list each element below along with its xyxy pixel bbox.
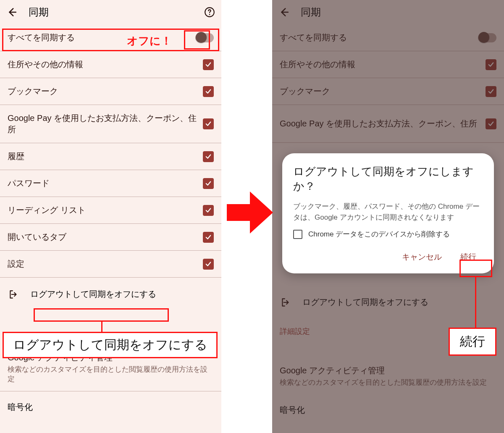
sync-item-label: リーディング リスト [8,205,203,216]
sync-item[interactable]: 設定 [0,251,221,278]
back-button[interactable] [278,6,290,18]
checkbox-icon[interactable] [203,151,214,162]
sync-item[interactable]: 住所やその他の情報 [272,51,504,78]
checkbox-icon[interactable] [203,259,214,270]
checkbox-icon[interactable] [203,232,214,243]
sync-item-label: パスワード [8,178,203,189]
sync-all-row[interactable]: すべてを同期する [272,24,504,51]
screen-left: 同期 すべてを同期する 住所やその他の情報 ブックマーク Google Pay … [0,0,221,433]
sync-all-toggle[interactable] [478,33,496,42]
sync-all-row[interactable]: すべてを同期する [0,24,221,51]
signout-icon [8,289,19,300]
sync-all-toggle[interactable] [195,33,214,42]
sync-item-label: 履歴 [8,151,203,162]
section-label: 詳細設定 [272,319,504,340]
signout-row[interactable]: ログアウトして同期をオフにする [0,278,221,311]
header: 同期 [0,0,221,24]
checkbox-empty-icon[interactable] [293,230,302,239]
sync-item-label: 住所やその他の情報 [280,59,486,70]
sync-item[interactable]: 住所やその他の情報 [0,51,221,78]
checkbox-icon[interactable] [203,59,214,70]
checkbox-icon[interactable] [486,86,496,97]
checkbox-icon[interactable] [486,118,496,129]
sync-all-label: すべてを同期する [280,32,478,43]
encrypt-row[interactable]: 暗号化 [0,391,221,417]
encrypt-row[interactable]: 暗号化 [272,394,504,420]
activity-row[interactable]: Google アクティビティ管理 検索などのカスタマイズを目的とした閲覧履歴の使… [272,340,504,394]
sync-item[interactable]: Google Pay を使用したお支払方法、クーポン、住所 [0,105,221,143]
confirm-dialog: ログアウトして同期をオフにしますか？ ブックマーク、履歴、パスワード、その他の … [282,153,494,273]
signout-row[interactable]: ログアウトして同期をオフにする [272,286,504,319]
svg-point-1 [209,14,210,15]
cancel-button[interactable]: キャンセル [399,249,445,265]
sync-item-label: ブックマーク [280,86,486,97]
page-title: 同期 [301,5,498,19]
sync-item[interactable]: 開いているタブ [0,224,221,251]
dialog-title: ログアウトして同期をオフにしますか？ [293,164,483,194]
checkbox-icon[interactable] [203,86,214,97]
activity-row[interactable]: Google アクティビティ管理 検索などのカスタマイズを目的とした閲覧履歴の使… [0,346,221,391]
activity-title: Google アクティビティ管理 [280,365,496,376]
activity-title: Google アクティビティ管理 [8,352,214,363]
sync-item-label: 設定 [8,258,203,270]
signout-icon [280,297,291,308]
encrypt-label: 暗号化 [8,402,33,412]
dialog-checkbox-label: Chrome データをこのデバイスから削除する [308,229,450,239]
sync-item-label: 住所やその他の情報 [8,59,203,70]
sync-item-label: ブックマーク [8,86,203,97]
header: 同期 [272,0,504,24]
encrypt-label: 暗号化 [280,405,305,415]
signout-label: ログアウトして同期をオフにする [30,289,156,300]
activity-sub: 検索などのカスタマイズを目的とした閲覧履歴の使用方法を設定 [8,365,214,384]
dialog-message: ブックマーク、履歴、パスワード、その他の Chrome データは、Google … [293,201,483,223]
signout-label: ログアウトして同期をオフにする [302,297,428,308]
continue-button[interactable]: 続行 [457,249,480,265]
sync-item[interactable]: ブックマーク [0,78,221,105]
help-icon[interactable] [204,6,215,18]
activity-sub: 検索などのカスタマイズを目的とした閲覧履歴の使用方法を設定 [280,378,496,388]
sync-item[interactable]: パスワード [0,170,221,197]
sync-item[interactable]: 履歴 [0,143,221,170]
checkbox-icon[interactable] [486,59,496,70]
dialog-checkbox-row[interactable]: Chrome データをこのデバイスから削除する [293,229,483,239]
checkbox-icon[interactable] [203,205,214,216]
sync-item[interactable]: リーディング リスト [0,197,221,224]
sync-item-label: Google Pay を使用したお支払方法、クーポン、住所 [8,113,203,135]
arrow-icon [227,187,273,238]
screen-right: 同期 すべてを同期する 住所やその他の情報 ブックマーク Google Pay … [272,0,504,433]
sync-item-label: 開いているタブ [8,231,203,243]
checkbox-icon[interactable] [203,178,214,189]
sync-item-label: Google Pay を使用したお支払方法、クーポン、住所 [280,118,486,129]
sync-item[interactable]: Google Pay を使用したお支払方法、クーポン、住所 [272,105,504,143]
sync-item[interactable]: ブックマーク [272,78,504,105]
back-button[interactable] [6,6,18,18]
sync-all-label: すべてを同期する [8,32,195,43]
page-title: 同期 [29,5,204,19]
dialog-buttons: キャンセル 続行 [293,249,483,265]
checkbox-icon[interactable] [203,118,214,129]
